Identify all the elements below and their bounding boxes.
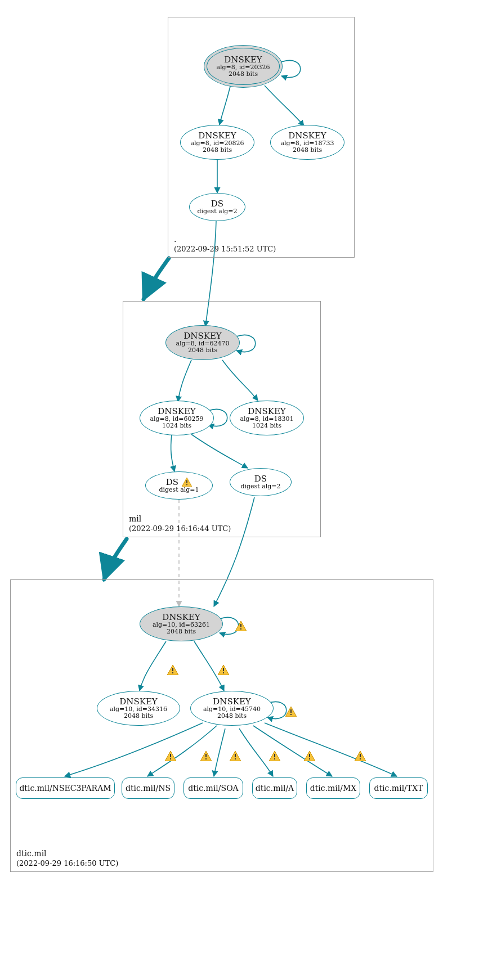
node-root-zsk2-sub2: 2048 bits: [293, 147, 322, 154]
svg-rect-0: [186, 480, 187, 483]
node-mil-ksk-title: DNSKEY: [183, 331, 222, 341]
rr-txt: dtic.mil/TXT: [369, 777, 428, 799]
node-root-zsk: DNSKEY alg=8, id=20826 2048 bits: [180, 125, 254, 160]
node-mil-zsk: DNSKEY alg=8, id=60259 1024 bits: [140, 401, 214, 435]
node-mil-ds2: DS digest alg=2: [230, 468, 292, 496]
rr-a-label: dtic.mil/A: [256, 784, 294, 793]
node-dtic-zsk2-title: DNSKEY: [213, 697, 251, 707]
rr-nsec3param-label: dtic.mil/NSEC3PARAM: [19, 784, 111, 793]
node-mil-ksk: DNSKEY alg=8, id=62470 2048 bits: [165, 325, 240, 360]
node-dtic-zsk1-title: DNSKEY: [119, 697, 158, 707]
zone-root-label: . (2022-09-29 15:51:52 UTC): [174, 235, 276, 254]
zone-mil-name: mil: [129, 514, 231, 524]
rr-ns-label: dtic.mil/NS: [126, 784, 171, 793]
node-mil-zsk-sub2: 1024 bits: [162, 422, 191, 429]
node-root-zsk2-title: DNSKEY: [288, 131, 326, 141]
zone-root-timestamp: (2022-09-29 15:51:52 UTC): [174, 245, 276, 254]
node-mil-ds2-sub1: digest alg=2: [240, 483, 280, 490]
zone-root-name: .: [174, 235, 276, 245]
node-dtic-ksk-sub2: 2048 bits: [167, 628, 196, 635]
zone-mil-label: mil (2022-09-29 16:16:44 UTC): [129, 514, 231, 533]
node-dtic-zsk2: DNSKEY alg=10, id=45740 2048 bits: [190, 691, 274, 726]
dnssec-graph: . (2022-09-29 15:51:52 UTC) mil (2022-09…: [0, 0, 488, 980]
zone-dtic-timestamp: (2022-09-29 16:16:50 UTC): [16, 859, 118, 868]
rr-ns: dtic.mil/NS: [122, 777, 174, 799]
node-mil-ds1-sub1: digest alg=1: [159, 487, 199, 493]
node-root-zsk2: DNSKEY alg=8, id=18733 2048 bits: [270, 125, 344, 160]
node-root-ds-title: DS: [211, 199, 223, 209]
node-dtic-zsk1: DNSKEY alg=10, id=34316 2048 bits: [97, 691, 180, 726]
node-mil-zsk-title: DNSKEY: [158, 407, 196, 416]
zone-mil-timestamp: (2022-09-29 16:16:44 UTC): [129, 524, 231, 533]
rr-nsec3param: dtic.mil/NSEC3PARAM: [16, 777, 115, 799]
zone-dtic-label: dtic.mil (2022-09-29 16:16:50 UTC): [16, 849, 118, 868]
rr-a: dtic.mil/A: [252, 777, 297, 799]
warning-icon: [182, 478, 192, 487]
node-root-ksk-title: DNSKEY: [224, 55, 262, 65]
rr-mx: dtic.mil/MX: [306, 777, 360, 799]
node-mil-ds1: DS digest alg=1: [145, 471, 213, 500]
node-root-ksk: DNSKEY alg=8, id=20326 2048 bits: [204, 45, 283, 88]
node-root-ds-sub1: digest alg=2: [197, 208, 237, 215]
svg-rect-1: [186, 484, 187, 485]
node-root-ds: DS digest alg=2: [189, 193, 245, 221]
node-root-zsk-title: DNSKEY: [198, 131, 236, 141]
node-mil-zsk2-sub2: 1024 bits: [252, 422, 281, 429]
rr-mx-label: dtic.mil/MX: [310, 784, 357, 793]
node-mil-zsk2-title: DNSKEY: [248, 407, 286, 416]
rr-soa-label: dtic.mil/SOA: [188, 784, 238, 793]
rr-txt-label: dtic.mil/TXT: [374, 784, 423, 793]
node-mil-ksk-sub2: 2048 bits: [188, 347, 217, 354]
node-mil-ds1-title: DS: [166, 478, 178, 487]
zone-dtic-name: dtic.mil: [16, 849, 118, 859]
node-dtic-ksk: DNSKEY alg=10, id=63261 2048 bits: [140, 606, 223, 641]
node-mil-ds2-title: DS: [254, 474, 267, 484]
rr-soa: dtic.mil/SOA: [183, 777, 243, 799]
node-dtic-zsk2-sub2: 2048 bits: [217, 713, 247, 720]
node-dtic-ksk-title: DNSKEY: [162, 613, 200, 622]
node-root-ksk-sub2: 2048 bits: [229, 71, 258, 78]
node-dtic-zsk1-sub2: 2048 bits: [124, 713, 153, 720]
node-root-zsk-sub2: 2048 bits: [203, 147, 232, 154]
node-mil-zsk2: DNSKEY alg=8, id=18301 1024 bits: [230, 401, 304, 435]
